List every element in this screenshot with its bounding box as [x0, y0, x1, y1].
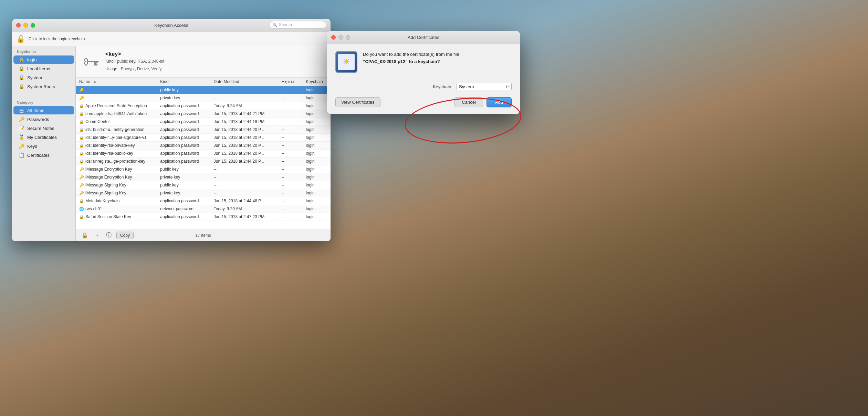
- table-row[interactable]: 🔒ids: identity-rsa-private-key applicati…: [76, 142, 331, 150]
- table-row[interactable]: 🔒ids: unregiste...ge-protection-key appl…: [76, 158, 331, 165]
- col-date-modified[interactable]: Date Modified: [210, 78, 278, 86]
- table-row[interactable]: 🔒MetadataKeychain application password J…: [76, 197, 331, 205]
- sidebar-item-login[interactable]: 🔒 login: [13, 55, 74, 64]
- lock-icon-wrapper[interactable]: 🔓: [16, 34, 25, 44]
- sidebar-item-keys[interactable]: 🔑 Keys: [13, 142, 74, 150]
- sidebar-item-local-label: Local Items: [27, 66, 50, 71]
- cell-kind: application password: [157, 142, 210, 150]
- sidebar-item-certificates[interactable]: 📋 Certificates: [13, 151, 74, 159]
- sidebar-item-my-certificates[interactable]: 🏅 My Certificates: [13, 133, 74, 141]
- cell-name: 🔑iMessage Encryption Key: [76, 165, 157, 173]
- table-row[interactable]: 🔑 public key -- -- login: [76, 86, 331, 94]
- table-row[interactable]: 🔑iMessage Encryption Key public key -- -…: [76, 165, 331, 173]
- cell-name: 🔒CommCenter: [76, 118, 157, 126]
- table-row[interactable]: 🔒Apple Persistent State Encryption appli…: [76, 102, 331, 110]
- add-button[interactable]: Add: [487, 97, 512, 107]
- col-expires[interactable]: Expires: [278, 78, 303, 86]
- copy-button[interactable]: Copy: [116, 232, 134, 239]
- dialog-close-button[interactable]: [331, 35, 336, 40]
- sidebar-item-all-items[interactable]: ▤ All Items: [13, 106, 74, 114]
- keychain-select-wrapper: System login System Roots: [457, 83, 512, 90]
- lock-status-button[interactable]: 🔒: [80, 231, 90, 239]
- kind-label: Kind:: [105, 59, 115, 64]
- sidebar-item-secure-notes[interactable]: 📝 Secure Notes: [13, 124, 74, 132]
- cancel-button[interactable]: Cancel: [454, 97, 483, 107]
- sidebar-item-passwords[interactable]: 🔑 Passwords: [13, 115, 74, 123]
- cell-keychain: login: [302, 213, 331, 221]
- cell-date: --: [210, 165, 278, 173]
- col-keychain[interactable]: Keychain: [302, 78, 331, 86]
- view-certificates-button[interactable]: View Certificates: [335, 97, 380, 107]
- keychain-select[interactable]: System login System Roots: [457, 83, 512, 90]
- keychain-select-label: Keychain:: [433, 84, 452, 89]
- dialog-right-buttons: Cancel Add: [454, 97, 512, 107]
- sidebar-item-secure-notes-label: Secure Notes: [27, 126, 54, 131]
- table-row[interactable]: 🔒Safari Session State Key application pa…: [76, 213, 331, 221]
- table-row[interactable]: 🔒CommCenter application password Jun 15,…: [76, 118, 331, 126]
- cell-keychain: login: [302, 142, 331, 150]
- table-row[interactable]: 🔑 private key -- -- login: [76, 94, 331, 102]
- search-bar[interactable]: 🔍 Search: [270, 21, 326, 29]
- secure-notes-icon: 📝: [18, 125, 24, 131]
- table-row[interactable]: 🔒ids: identity-rsa-public-key applicatio…: [76, 150, 331, 158]
- window-title: Keychain Access: [154, 23, 188, 28]
- dialog-maximize-button: [346, 35, 350, 40]
- cell-expires: --: [278, 189, 303, 197]
- cell-expires: --: [278, 118, 303, 126]
- cell-keychain: login: [302, 110, 331, 118]
- cell-expires: --: [278, 110, 303, 118]
- sidebar-item-system-roots[interactable]: 🔒 System Roots: [13, 82, 74, 91]
- cell-keychain: login: [302, 181, 331, 189]
- key-detail-info: <key> Kind: public key, RSA, 2,048-bit U…: [105, 51, 164, 72]
- cell-name: 🔒ids: identity-rsa-public-key: [76, 150, 157, 158]
- cell-kind: public key: [157, 86, 210, 94]
- cell-expires: --: [278, 205, 303, 213]
- cell-keychain: login: [302, 158, 331, 165]
- keys-icon: 🔑: [18, 143, 24, 149]
- cell-kind: application password: [157, 110, 210, 118]
- maximize-button[interactable]: [31, 23, 35, 28]
- table-row[interactable]: 🔒com.apple.ids...04941-AuthToken applica…: [76, 110, 331, 118]
- search-icon: 🔍: [273, 23, 278, 27]
- status-bar: 🔒 ＋ ⓘ Copy 17 items: [76, 229, 331, 241]
- cell-expires: --: [278, 158, 303, 165]
- cell-date: --: [210, 86, 278, 94]
- cell-expires: --: [278, 142, 303, 150]
- table-row[interactable]: 🌐rws-cl-01 network password Today, 9:20 …: [76, 205, 331, 213]
- sidebar-item-local-items[interactable]: 🔒 Local Items: [13, 64, 74, 73]
- table-row[interactable]: 🔒ids: identity-r...y-pair-signature-v1 a…: [76, 134, 331, 142]
- col-kind[interactable]: Kind: [157, 78, 210, 86]
- dialog-buttons: View Certificates Cancel Add: [335, 97, 512, 107]
- table-row[interactable]: 🔑iMessage Signing Key public key -- -- l…: [76, 181, 331, 189]
- table-header-row: Name ▲ Kind Date Modified Expires Keycha…: [76, 78, 331, 86]
- table-row[interactable]: 🔒ids: build-of-u...entity-generation app…: [76, 126, 331, 134]
- cell-kind: network password: [157, 205, 210, 213]
- table-row[interactable]: 🔑iMessage Encryption Key private key -- …: [76, 173, 331, 181]
- kind-value: public key, RSA, 2,048-bit: [117, 59, 164, 64]
- close-button[interactable]: [16, 23, 21, 28]
- col-name[interactable]: Name ▲: [76, 78, 157, 86]
- add-item-button[interactable]: ＋: [93, 231, 101, 240]
- cert-sun-icon: ☀: [343, 58, 350, 67]
- sidebar-item-system[interactable]: 🔒 System: [13, 73, 74, 82]
- key-detail-usage: Usage: Encrypt, Derive, Verify: [105, 66, 164, 72]
- cell-date: Jun 15, 2018 at 2:47:23 PM: [210, 213, 278, 221]
- minimize-button[interactable]: [23, 23, 28, 28]
- cell-date: --: [210, 189, 278, 197]
- dialog-message: Do you want to add the certificate(s) fr…: [363, 51, 459, 65]
- items-table-container: Name ▲ Kind Date Modified Expires Keycha…: [76, 78, 331, 229]
- cell-name: 🔑: [76, 86, 157, 94]
- search-bar-wrapper: 🔍 Search: [270, 21, 326, 29]
- sidebar-item-login-label: login: [27, 57, 36, 62]
- cell-date: Jun 15, 2018 at 2:44:20 P...: [210, 134, 278, 142]
- cell-name: 🔑iMessage Signing Key: [76, 189, 157, 197]
- certificates-icon: 📋: [18, 152, 24, 158]
- cell-name: 🔒Safari Session State Key: [76, 213, 157, 221]
- cell-keychain: login: [302, 94, 331, 102]
- cell-kind: application password: [157, 134, 210, 142]
- lock-text: Click to lock the login keychain.: [29, 37, 86, 41]
- table-row[interactable]: 🔑iMessage Signing Key private key -- -- …: [76, 189, 331, 197]
- info-button[interactable]: ⓘ: [105, 231, 113, 240]
- cell-kind: application password: [157, 102, 210, 110]
- sidebar-item-passwords-label: Passwords: [27, 117, 49, 122]
